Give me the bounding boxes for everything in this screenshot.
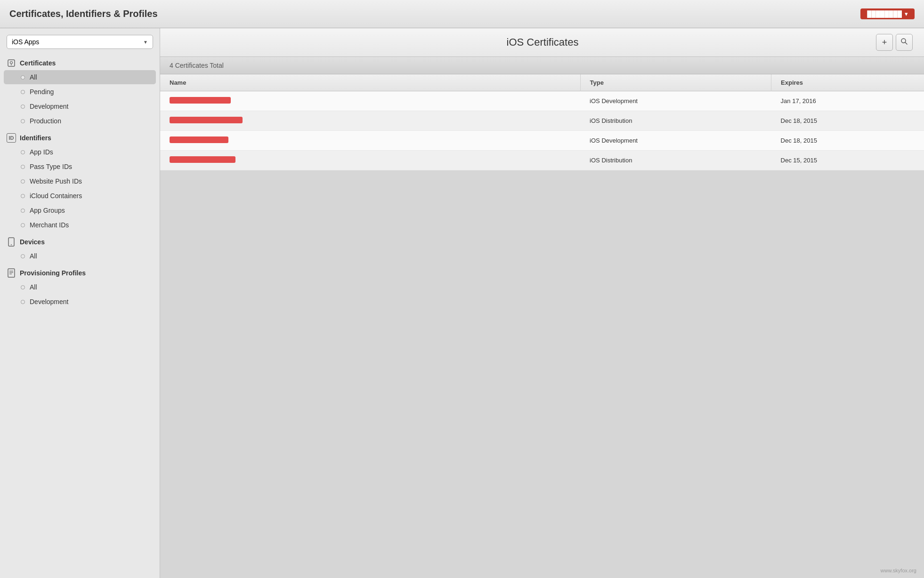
app-layout: iOS Apps ▼ Certificates All Pending De [0,28,924,578]
col-header-expires: Expires [771,74,924,91]
bullet-icon [21,119,25,123]
devices-section-label: Devices [20,238,45,246]
table-row[interactable]: iOS Distribution Dec 15, 2015 [160,151,924,170]
bullet-icon [21,90,25,94]
sidebar-item-certs-development[interactable]: Development [4,99,156,113]
table-row[interactable]: iOS Development Dec 18, 2015 [160,131,924,151]
provisioning-profiles-icon [7,268,16,278]
cert-name-4 [160,151,580,170]
redacted-name [170,136,228,143]
sidebar-item-website-push-ids[interactable]: Website Push IDs [4,174,156,188]
sidebar-item-label: Development [30,103,69,110]
cert-type-4: iOS Distribution [580,151,771,170]
cert-type-2: iOS Distribution [580,111,771,131]
sidebar-item-label: Pass Type IDs [30,163,72,170]
bullet-icon [21,194,25,198]
table-row[interactable]: iOS Distribution Dec 18, 2015 [160,111,924,131]
sidebar-item-label: All [30,252,37,260]
add-certificate-button[interactable]: + [876,34,893,51]
search-icon [900,38,908,48]
table-row[interactable]: iOS Development Jan 17, 2016 [160,91,924,111]
sidebar-item-label: Pending [30,88,54,96]
main-content: iOS Certificates + 4 Certificates Total [160,28,924,578]
sidebar-item-label: All [30,283,37,291]
provisioning-profiles-section-label: Provisioning Profiles [20,269,86,277]
svg-point-1 [10,62,13,64]
sidebar-item-devices-all[interactable]: All [4,249,156,263]
redacted-name [170,156,235,163]
bullet-icon [21,150,25,154]
col-header-name: Name [160,74,580,91]
chevron-down-icon: ▼ [143,40,148,45]
cert-expires-3: Dec 18, 2015 [771,131,924,151]
devices-icon [7,237,16,247]
sidebar-item-profiles-development[interactable]: Development [4,295,156,309]
bullet-icon [21,300,25,304]
bullet-icon [21,285,25,289]
sidebar-item-label: iCloud Containers [30,192,82,200]
bullet-icon [21,223,25,227]
redacted-name [170,117,243,123]
col-header-type: Type [580,74,771,91]
table-summary-bar: 4 Certificates Total [160,57,924,74]
toolbar-buttons: + [876,34,913,51]
identifiers-icon: ID [7,133,16,143]
page-title: iOS Certificates [209,36,876,48]
search-button[interactable] [896,34,913,51]
sidebar-item-label: App Groups [30,207,65,214]
sidebar-item-label: Merchant IDs [30,221,69,229]
identifiers-section-header: ID Identifiers [0,128,160,144]
platform-dropdown-label: iOS Apps [12,38,39,46]
sidebar-item-pass-type-ids[interactable]: Pass Type IDs [4,160,156,174]
svg-line-10 [905,42,907,44]
cert-expires-4: Dec 15, 2015 [771,151,924,170]
sidebar-item-label: App IDs [30,148,53,156]
provisioning-profiles-section-header: Provisioning Profiles [0,264,160,280]
certificates-section-header: Certificates [0,54,160,70]
total-count-label: 4 Certificates Total [170,62,224,69]
redacted-name [170,97,231,104]
certificates-icon [7,58,16,68]
header: Certificates, Identifiers & Profiles ███… [0,0,924,28]
watermark: www.skyfox.org [881,568,916,573]
cert-type-1: iOS Development [580,91,771,111]
cert-expires-2: Dec 18, 2015 [771,111,924,131]
sidebar-item-app-ids[interactable]: App IDs [4,145,156,159]
sidebar-item-certs-production[interactable]: Production [4,114,156,128]
cert-expires-1: Jan 17, 2016 [771,91,924,111]
plus-icon: + [882,38,887,48]
sidebar-item-icloud-containers[interactable]: iCloud Containers [4,189,156,203]
app-title: Certificates, Identifiers & Profiles [9,8,158,19]
user-label: ████████ [867,10,902,17]
cert-name-2 [160,111,580,131]
sidebar-item-profiles-all[interactable]: All [4,280,156,294]
user-dropdown-arrow: ▾ [905,10,908,17]
svg-point-4 [11,244,12,245]
sidebar-item-app-groups[interactable]: App Groups [4,203,156,217]
bullet-icon [21,75,25,80]
bullet-icon [21,209,25,213]
sidebar: iOS Apps ▼ Certificates All Pending De [0,28,160,578]
sidebar-item-merchant-ids[interactable]: Merchant IDs [4,218,156,232]
svg-rect-5 [8,269,15,277]
table-header-row: Name Type Expires [160,74,924,91]
cert-name-1 [160,91,580,111]
certificates-table: Name Type Expires iOS Development Jan 17… [160,74,924,170]
certificates-section-label: Certificates [20,59,56,67]
sidebar-item-label: Development [30,298,69,305]
cert-name-3 [160,131,580,151]
sidebar-item-label: Production [30,117,61,125]
main-toolbar: iOS Certificates + [160,28,924,57]
user-menu[interactable]: ████████ ▾ [860,8,915,19]
sidebar-item-label: All [30,73,37,81]
devices-section-header: Devices [0,233,160,249]
platform-dropdown[interactable]: iOS Apps ▼ [7,35,153,49]
identifiers-section-label: Identifiers [20,134,51,142]
bullet-icon [21,179,25,184]
sidebar-item-certs-all[interactable]: All [4,70,156,84]
sidebar-item-label: Website Push IDs [30,177,82,185]
sidebar-item-certs-pending[interactable]: Pending [4,85,156,99]
bullet-icon [21,104,25,109]
cert-type-3: iOS Development [580,131,771,151]
bullet-icon [21,165,25,169]
